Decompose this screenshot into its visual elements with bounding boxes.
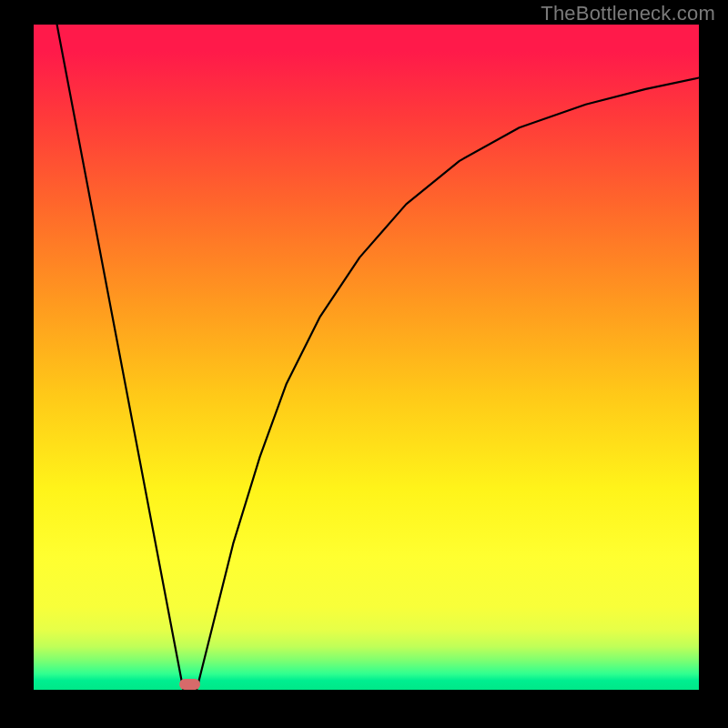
bottleneck-curve: [34, 25, 699, 690]
chart-container: TheBottleneck.com: [0, 0, 728, 728]
plot-area: [34, 25, 699, 690]
watermark-text: TheBottleneck.com: [541, 2, 715, 25]
optimum-marker: [179, 679, 200, 690]
